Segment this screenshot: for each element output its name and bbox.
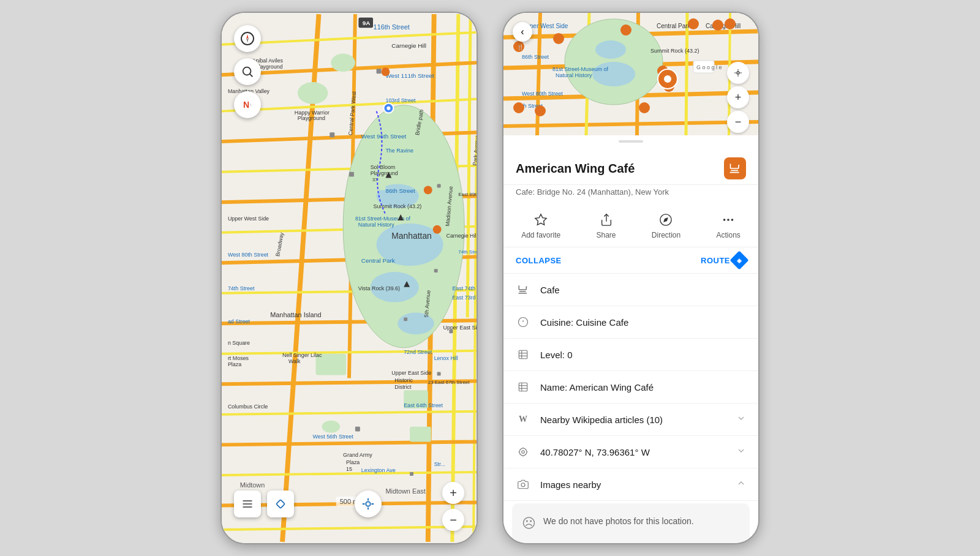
level-row-icon bbox=[516, 347, 530, 362]
svg-point-107 bbox=[381, 67, 390, 76]
add-favorite-button[interactable]: Add favorite bbox=[521, 211, 560, 239]
zoom-out-right[interactable]: − bbox=[727, 111, 749, 133]
svg-text:East 64th Street: East 64th Street bbox=[404, 402, 443, 408]
no-photos-text: We do not have photos for this location. bbox=[543, 516, 694, 528]
zoom-in-right[interactable]: + bbox=[727, 86, 749, 108]
collapse-button[interactable]: COLLAPSE bbox=[516, 256, 562, 265]
images-text: Images nearby bbox=[540, 479, 726, 490]
coordinates-row[interactable]: 40.78027° N, 73.96361° W bbox=[503, 436, 758, 468]
svg-text:Playground: Playground bbox=[371, 170, 398, 176]
svg-text:9A: 9A bbox=[363, 20, 371, 26]
cuisine-text: Cuisine: Cuisine Cafe bbox=[540, 317, 746, 328]
svg-line-132 bbox=[686, 13, 687, 135]
right-phone: Upper West Side Central Park Carnegie Hi… bbox=[502, 12, 760, 544]
actions-button[interactable]: Actions bbox=[716, 211, 740, 239]
coordinates-chevron[interactable] bbox=[736, 446, 746, 458]
coordinates-icon bbox=[516, 445, 530, 459]
svg-text:East 74th Street: East 74th Street bbox=[452, 285, 477, 291]
route-button[interactable] bbox=[267, 490, 294, 517]
svg-text:Lexington Ave: Lexington Ave bbox=[361, 467, 396, 473]
svg-rect-98 bbox=[449, 329, 453, 333]
north-button[interactable]: N ↑ bbox=[234, 91, 261, 118]
svg-text:Lenox Hill: Lenox Hill bbox=[434, 355, 458, 361]
location-button-top[interactable] bbox=[727, 62, 749, 84]
search-button[interactable] bbox=[234, 58, 261, 85]
svg-rect-101 bbox=[410, 472, 413, 476]
svg-rect-118 bbox=[276, 500, 285, 508]
svg-point-155 bbox=[639, 102, 650, 113]
more-icon bbox=[720, 211, 737, 228]
svg-point-149 bbox=[620, 24, 631, 36]
svg-rect-96 bbox=[434, 269, 438, 272]
svg-text:West 80th Street: West 80th Street bbox=[228, 252, 269, 258]
svg-text:ad Street: ad Street bbox=[228, 318, 251, 325]
wikipedia-icon: W bbox=[516, 412, 530, 427]
svg-rect-92 bbox=[377, 69, 382, 73]
svg-text:Upper West Side: Upper West Side bbox=[228, 216, 269, 222]
svg-text:n Square: n Square bbox=[228, 340, 250, 346]
level-text: Level: 0 bbox=[540, 350, 746, 360]
svg-text:🍴: 🍴 bbox=[517, 43, 524, 51]
sad-face-icon: ☹ bbox=[522, 516, 536, 532]
svg-text:Carnegie Hill: Carnegie Hill bbox=[391, 42, 426, 49]
name-row: Name: American Wing Café bbox=[503, 371, 758, 404]
svg-text:Str...: Str... bbox=[434, 461, 445, 467]
svg-text:West 80th Street: West 80th Street bbox=[522, 91, 563, 97]
svg-point-185 bbox=[522, 451, 525, 454]
svg-text:Playground: Playground bbox=[298, 115, 325, 121]
svg-text:Grand Army: Grand Army bbox=[343, 452, 372, 458]
route-icon: ◈ bbox=[737, 257, 742, 264]
svg-text:West 96th Street: West 96th Street bbox=[361, 133, 407, 140]
svg-text:Central Park: Central Park bbox=[657, 23, 692, 29]
svg-text:Upper East Side: Upper East Side bbox=[391, 370, 431, 376]
svg-text:23 East 67th Street: 23 East 67th Street bbox=[428, 380, 470, 385]
menu-button[interactable] bbox=[234, 490, 261, 517]
cafe-text: Cafe bbox=[540, 285, 746, 295]
zoom-in-button[interactable]: + bbox=[442, 482, 464, 504]
svg-point-154 bbox=[535, 105, 546, 116]
name-text: Name: American Wing Café bbox=[540, 382, 746, 393]
route-button[interactable]: ROUTE ◈ bbox=[701, 254, 746, 267]
svg-text:Summit Rock (43.2): Summit Rock (43.2) bbox=[374, 203, 422, 209]
cafe-row-icon bbox=[516, 282, 530, 297]
compass-button[interactable] bbox=[234, 25, 261, 52]
svg-point-172 bbox=[731, 219, 734, 221]
svg-text:37: 37 bbox=[372, 177, 378, 182]
back-button[interactable]: ‹ bbox=[513, 22, 532, 42]
share-button[interactable]: Share bbox=[596, 211, 616, 239]
direction-icon bbox=[657, 211, 674, 228]
svg-point-29 bbox=[322, 421, 340, 433]
camera-icon bbox=[516, 477, 530, 492]
wikipedia-chevron[interactable] bbox=[736, 413, 746, 426]
share-icon bbox=[598, 211, 615, 228]
svg-text:The Ravine: The Ravine bbox=[385, 148, 413, 154]
svg-line-114 bbox=[250, 74, 253, 77]
wikipedia-row[interactable]: W Nearby Wikipedia articles (10) bbox=[503, 404, 758, 436]
svg-text:Columbus Circle: Columbus Circle bbox=[228, 404, 268, 410]
images-chevron[interactable] bbox=[736, 478, 746, 490]
detail-header: American Wing Café bbox=[503, 148, 758, 185]
star-icon bbox=[532, 211, 549, 228]
svg-point-108 bbox=[424, 186, 432, 194]
route-label: ROUTE bbox=[701, 256, 730, 265]
svg-text:Manhattan: Manhattan bbox=[391, 231, 432, 241]
direction-button[interactable]: Direction bbox=[652, 211, 680, 239]
svg-text:West 56th Street: West 56th Street bbox=[313, 434, 354, 440]
zoom-out-button[interactable]: − bbox=[442, 509, 464, 531]
svg-point-119 bbox=[366, 502, 370, 506]
svg-text:116th Street: 116th Street bbox=[374, 23, 410, 31]
left-phone: 116th Street Carnegie Hill Anibal Aviles… bbox=[221, 12, 478, 544]
images-row[interactable]: Images nearby bbox=[503, 468, 758, 501]
svg-text:East 73rd Street: East 73rd Street bbox=[452, 295, 477, 301]
svg-point-159 bbox=[664, 75, 671, 83]
my-location-button[interactable] bbox=[355, 490, 382, 517]
svg-rect-176 bbox=[519, 350, 527, 359]
wikipedia-text: Nearby Wikipedia articles (10) bbox=[540, 415, 726, 425]
svg-text:Central Park: Central Park bbox=[361, 257, 395, 264]
svg-point-135 bbox=[595, 40, 626, 59]
collapse-route-bar: COLLAPSE ROUTE ◈ bbox=[503, 247, 758, 274]
svg-text:74th Street: 74th Street bbox=[228, 285, 255, 291]
share-label: Share bbox=[596, 231, 616, 239]
svg-text:15: 15 bbox=[346, 466, 352, 472]
svg-point-151 bbox=[688, 18, 699, 29]
